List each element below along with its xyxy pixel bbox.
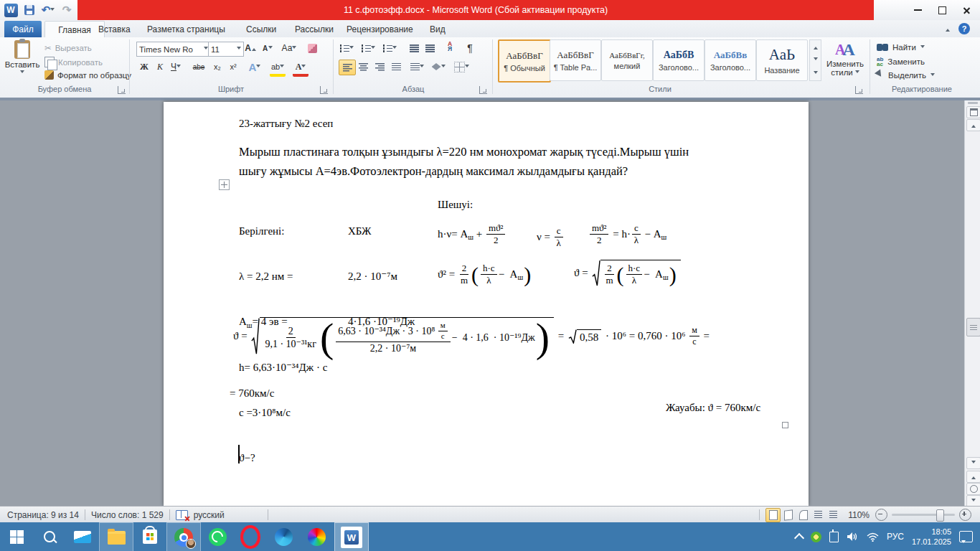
tab-references[interactable]: Ссылки [237,21,286,37]
paste-button[interactable]: Вставить [6,40,39,82]
borders-button[interactable] [453,60,469,74]
help-button[interactable]: ? [958,23,970,34]
antivirus-tray-icon[interactable] [811,532,821,542]
tray-expand-icon[interactable] [794,533,804,543]
superscript-button[interactable]: х² [225,60,241,74]
tray-clock[interactable]: 18:05 17.01.2025 [912,527,951,547]
hardware-tray-icon[interactable] [829,532,839,542]
shrink-font-button[interactable]: А [260,41,275,55]
page-indicator[interactable]: Страница: 9 из 14 [7,510,79,520]
sort-button[interactable]: АЯ [442,39,458,54]
tab-insert[interactable]: Вставка [89,21,140,37]
scroll-up-button[interactable] [966,119,980,131]
multilevel-list-button[interactable] [382,41,397,55]
view-draft-button[interactable] [826,508,841,522]
restore-button[interactable] [930,1,954,19]
view-web-layout-button[interactable] [796,508,811,522]
italic-button[interactable]: К [152,60,168,74]
replace-button[interactable]: abac Заменить [877,57,925,67]
justify-button[interactable] [388,60,404,74]
align-center-button[interactable] [355,60,371,74]
select-button[interactable]: Выделить [877,70,935,80]
styles-scroll-down-icon[interactable] [814,57,818,62]
style-normal[interactable]: АаБбВвГ ¶ Обычный [498,39,551,83]
table-move-handle-icon[interactable] [219,179,230,190]
styles-gallery-expand-icon[interactable] [814,71,818,76]
numbering-button[interactable] [360,41,376,55]
cut-button[interactable]: ✂Вырезать [44,43,92,53]
decrease-indent-button[interactable] [406,41,422,55]
styles-dialog-launcher[interactable] [855,86,863,94]
grow-font-button[interactable]: А [242,41,258,55]
style-heading1[interactable]: АаБбВ Заголово... [653,39,705,81]
tray-language[interactable]: РУС [887,532,904,542]
paragraph-dialog-launcher[interactable] [479,86,487,94]
highlight-button[interactable]: ab [270,60,286,77]
scrollbar-thumb[interactable] [966,318,980,336]
tab-page-layout[interactable]: Разметка страницы [138,21,235,37]
taskbar-chrome-button[interactable] [166,522,201,551]
style-title[interactable]: АаЬ Название [756,39,808,81]
taskbar-whatsapp-button[interactable] [201,522,234,551]
font-family-combo[interactable]: Times New Ro [136,42,211,57]
zoom-out-button[interactable] [875,509,887,521]
font-dialog-launcher[interactable] [320,86,328,94]
save-button[interactable] [22,2,37,18]
taskbar-colorwheel-button[interactable] [300,522,333,551]
taskbar-store-button[interactable] [133,522,166,551]
copy-button[interactable]: Копировать [44,57,103,67]
bold-button[interactable]: Ж [136,60,152,74]
style-heading2[interactable]: АаБбВв Заголово... [705,39,756,81]
taskbar-search-button[interactable] [33,522,66,551]
view-fullscreen-button[interactable] [781,508,796,522]
scroll-down-button[interactable] [966,457,980,469]
taskbar-mail-button[interactable] [66,522,99,551]
clipboard-dialog-launcher[interactable] [118,86,126,94]
line-spacing-button[interactable] [409,60,425,74]
styles-scroll-up-icon[interactable] [814,44,818,50]
redo-button[interactable]: ↷ [59,2,75,18]
minimize-button[interactable] [905,1,930,19]
taskbar-word-button[interactable]: W [334,522,369,551]
split-handle[interactable] [968,102,978,104]
taskbar-opera-button[interactable] [234,522,267,551]
taskbar-edge-button[interactable] [267,522,300,551]
word-count[interactable]: Число слов: 1 529 [91,510,164,520]
bullets-button[interactable] [339,41,354,55]
page[interactable]: 23-жаттығу №2 есеп Мырыш пластинаға толқ… [164,102,809,506]
tab-file[interactable]: Файл [4,21,42,37]
wifi-icon[interactable] [867,532,879,542]
previous-page-button[interactable] [966,471,980,483]
spellcheck-icon[interactable] [176,510,188,520]
close-button[interactable] [954,1,979,19]
format-painter-button[interactable]: Формат по образцу [44,70,131,80]
subscript-button[interactable]: х₂ [209,60,225,74]
align-right-button[interactable] [372,60,387,74]
style-table-paragraph[interactable]: АаБбВвГ ¶ Table Pa... [550,39,601,81]
vertical-scrollbar[interactable] [964,100,980,506]
text-effects-button[interactable]: А [247,60,263,74]
clear-formatting-button[interactable] [304,41,320,55]
taskbar-explorer-button[interactable] [99,522,133,551]
language-indicator[interactable]: русский [194,510,225,520]
view-outline-button[interactable] [811,508,826,522]
zoom-in-button[interactable] [959,509,971,521]
action-center-icon[interactable] [959,531,973,542]
browse-object-button[interactable] [966,483,980,495]
collapse-ribbon-icon[interactable] [946,27,950,32]
style-small[interactable]: АаБбВвГг, мелкий [601,39,653,81]
tab-view[interactable]: Вид [420,21,455,37]
increase-indent-button[interactable] [422,41,438,55]
show-marks-button[interactable]: ¶ [462,41,478,55]
table-resize-handle-icon[interactable] [782,422,788,428]
align-left-button[interactable] [339,60,356,75]
start-button[interactable] [0,522,33,551]
ruler-toggle-button[interactable] [966,106,980,118]
tab-mailings[interactable]: Рассылки [286,21,343,37]
undo-button[interactable]: ↶ [40,2,56,18]
change-styles-button[interactable]: АА Изменить стили [824,40,867,82]
find-button[interactable]: Найти [877,43,925,52]
tab-review[interactable]: Рецензирование [337,21,423,37]
volume-icon[interactable] [847,532,859,542]
zoom-slider[interactable] [892,514,955,516]
